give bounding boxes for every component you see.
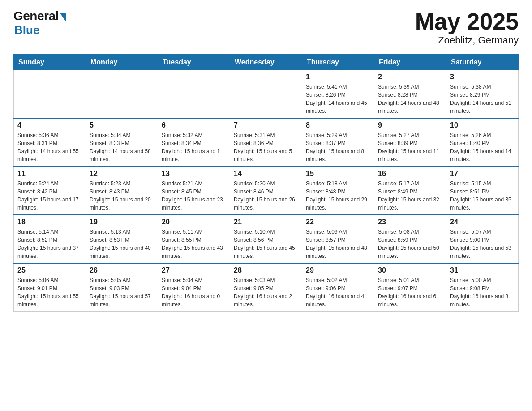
calendar-subtitle: Zoeblitz, Germany	[415, 34, 519, 46]
title-block: May 2025 Zoeblitz, Germany	[415, 9, 519, 46]
day-number: 18	[17, 218, 82, 226]
day-number: 17	[450, 170, 515, 178]
day-info: Sunrise: 5:01 AM Sunset: 9:07 PM Dayligh…	[378, 276, 442, 308]
weekday-header-row: SundayMondayTuesdayWednesdayThursdayFrid…	[14, 55, 519, 70]
day-info: Sunrise: 5:07 AM Sunset: 9:00 PM Dayligh…	[450, 228, 515, 260]
logo-blue-text: Blue	[14, 23, 39, 37]
calendar-cell: 11Sunrise: 5:24 AM Sunset: 8:42 PM Dayli…	[14, 167, 86, 215]
day-info: Sunrise: 5:31 AM Sunset: 8:36 PM Dayligh…	[234, 131, 298, 163]
day-number: 19	[90, 218, 154, 226]
day-number: 30	[378, 266, 442, 274]
day-info: Sunrise: 5:15 AM Sunset: 8:51 PM Dayligh…	[450, 180, 515, 212]
calendar-cell: 1Sunrise: 5:41 AM Sunset: 8:26 PM Daylig…	[302, 70, 374, 119]
calendar-week-2: 4Sunrise: 5:36 AM Sunset: 8:31 PM Daylig…	[14, 118, 519, 167]
day-number: 28	[234, 266, 298, 274]
day-number: 13	[162, 170, 226, 178]
day-info: Sunrise: 5:24 AM Sunset: 8:42 PM Dayligh…	[17, 180, 82, 212]
day-number: 21	[234, 218, 298, 226]
page-header: General Blue May 2025 Zoeblitz, Germany	[13, 9, 519, 46]
day-number: 5	[90, 121, 154, 129]
calendar-cell: 31Sunrise: 5:00 AM Sunset: 9:08 PM Dayli…	[446, 263, 519, 312]
day-info: Sunrise: 5:38 AM Sunset: 8:29 PM Dayligh…	[450, 83, 515, 115]
calendar-cell: 9Sunrise: 5:27 AM Sunset: 8:39 PM Daylig…	[374, 118, 446, 167]
day-info: Sunrise: 5:20 AM Sunset: 8:46 PM Dayligh…	[234, 180, 298, 212]
logo: General Blue	[13, 9, 66, 37]
day-info: Sunrise: 5:26 AM Sunset: 8:40 PM Dayligh…	[450, 131, 515, 163]
weekday-header-friday: Friday	[374, 55, 446, 70]
calendar-cell: 30Sunrise: 5:01 AM Sunset: 9:07 PM Dayli…	[374, 263, 446, 312]
day-info: Sunrise: 5:23 AM Sunset: 8:43 PM Dayligh…	[90, 180, 154, 212]
day-number: 4	[17, 121, 82, 129]
calendar-cell: 2Sunrise: 5:39 AM Sunset: 8:28 PM Daylig…	[374, 70, 446, 119]
day-info: Sunrise: 5:14 AM Sunset: 8:52 PM Dayligh…	[17, 228, 82, 260]
day-number: 16	[378, 170, 442, 178]
day-info: Sunrise: 5:05 AM Sunset: 9:03 PM Dayligh…	[90, 276, 154, 308]
calendar-cell	[86, 70, 158, 119]
calendar-cell: 26Sunrise: 5:05 AM Sunset: 9:03 PM Dayli…	[86, 263, 158, 312]
day-number: 15	[306, 170, 370, 178]
day-number: 25	[17, 266, 82, 274]
calendar-cell: 7Sunrise: 5:31 AM Sunset: 8:36 PM Daylig…	[230, 118, 302, 167]
calendar-week-3: 11Sunrise: 5:24 AM Sunset: 8:42 PM Dayli…	[14, 167, 519, 215]
day-info: Sunrise: 5:36 AM Sunset: 8:31 PM Dayligh…	[17, 131, 82, 163]
logo-triangle-icon	[60, 13, 66, 21]
day-number: 26	[90, 266, 154, 274]
day-number: 8	[306, 121, 370, 129]
day-info: Sunrise: 5:34 AM Sunset: 8:33 PM Dayligh…	[90, 131, 154, 163]
calendar-cell: 22Sunrise: 5:09 AM Sunset: 8:57 PM Dayli…	[302, 215, 374, 263]
calendar-cell	[158, 70, 230, 119]
day-number: 20	[162, 218, 226, 226]
calendar-cell: 19Sunrise: 5:13 AM Sunset: 8:53 PM Dayli…	[86, 215, 158, 263]
day-number: 10	[450, 121, 515, 129]
calendar-cell: 3Sunrise: 5:38 AM Sunset: 8:29 PM Daylig…	[446, 70, 519, 119]
calendar-cell	[14, 70, 86, 119]
weekday-header-thursday: Thursday	[302, 55, 374, 70]
calendar-cell: 16Sunrise: 5:17 AM Sunset: 8:49 PM Dayli…	[374, 167, 446, 215]
day-info: Sunrise: 5:04 AM Sunset: 9:04 PM Dayligh…	[162, 276, 226, 308]
day-number: 3	[450, 73, 515, 81]
day-number: 24	[450, 218, 515, 226]
day-number: 14	[234, 170, 298, 178]
weekday-header-saturday: Saturday	[446, 55, 519, 70]
logo-general-text: General	[13, 9, 59, 23]
day-info: Sunrise: 5:21 AM Sunset: 8:45 PM Dayligh…	[162, 180, 226, 212]
calendar-week-5: 25Sunrise: 5:06 AM Sunset: 9:01 PM Dayli…	[14, 263, 519, 312]
calendar-cell: 28Sunrise: 5:03 AM Sunset: 9:05 PM Dayli…	[230, 263, 302, 312]
calendar-week-1: 1Sunrise: 5:41 AM Sunset: 8:26 PM Daylig…	[14, 70, 519, 119]
calendar-cell: 14Sunrise: 5:20 AM Sunset: 8:46 PM Dayli…	[230, 167, 302, 215]
calendar-table: SundayMondayTuesdayWednesdayThursdayFrid…	[13, 54, 519, 312]
weekday-header-sunday: Sunday	[14, 55, 86, 70]
day-info: Sunrise: 5:08 AM Sunset: 8:59 PM Dayligh…	[378, 228, 442, 260]
calendar-title: May 2025	[415, 9, 519, 34]
day-info: Sunrise: 5:03 AM Sunset: 9:05 PM Dayligh…	[234, 276, 298, 308]
day-number: 23	[378, 218, 442, 226]
calendar-cell: 13Sunrise: 5:21 AM Sunset: 8:45 PM Dayli…	[158, 167, 230, 215]
day-info: Sunrise: 5:10 AM Sunset: 8:56 PM Dayligh…	[234, 228, 298, 260]
day-number: 22	[306, 218, 370, 226]
calendar-cell: 29Sunrise: 5:02 AM Sunset: 9:06 PM Dayli…	[302, 263, 374, 312]
calendar-cell: 15Sunrise: 5:18 AM Sunset: 8:48 PM Dayli…	[302, 167, 374, 215]
day-number: 9	[378, 121, 442, 129]
day-info: Sunrise: 5:02 AM Sunset: 9:06 PM Dayligh…	[306, 276, 370, 308]
day-info: Sunrise: 5:39 AM Sunset: 8:28 PM Dayligh…	[378, 83, 442, 115]
day-info: Sunrise: 5:13 AM Sunset: 8:53 PM Dayligh…	[90, 228, 154, 260]
day-info: Sunrise: 5:06 AM Sunset: 9:01 PM Dayligh…	[17, 276, 82, 308]
calendar-cell: 10Sunrise: 5:26 AM Sunset: 8:40 PM Dayli…	[446, 118, 519, 167]
day-info: Sunrise: 5:17 AM Sunset: 8:49 PM Dayligh…	[378, 180, 442, 212]
day-number: 27	[162, 266, 226, 274]
calendar-cell: 25Sunrise: 5:06 AM Sunset: 9:01 PM Dayli…	[14, 263, 86, 312]
calendar-cell: 24Sunrise: 5:07 AM Sunset: 9:00 PM Dayli…	[446, 215, 519, 263]
day-info: Sunrise: 5:29 AM Sunset: 8:37 PM Dayligh…	[306, 131, 370, 163]
calendar-cell: 5Sunrise: 5:34 AM Sunset: 8:33 PM Daylig…	[86, 118, 158, 167]
day-number: 1	[306, 73, 370, 81]
calendar-cell: 18Sunrise: 5:14 AM Sunset: 8:52 PM Dayli…	[14, 215, 86, 263]
calendar-cell: 12Sunrise: 5:23 AM Sunset: 8:43 PM Dayli…	[86, 167, 158, 215]
day-info: Sunrise: 5:27 AM Sunset: 8:39 PM Dayligh…	[378, 131, 442, 163]
calendar-cell: 27Sunrise: 5:04 AM Sunset: 9:04 PM Dayli…	[158, 263, 230, 312]
calendar-cell: 8Sunrise: 5:29 AM Sunset: 8:37 PM Daylig…	[302, 118, 374, 167]
calendar-cell	[230, 70, 302, 119]
calendar-cell: 17Sunrise: 5:15 AM Sunset: 8:51 PM Dayli…	[446, 167, 519, 215]
day-number: 6	[162, 121, 226, 129]
calendar-cell: 23Sunrise: 5:08 AM Sunset: 8:59 PM Dayli…	[374, 215, 446, 263]
day-number: 7	[234, 121, 298, 129]
